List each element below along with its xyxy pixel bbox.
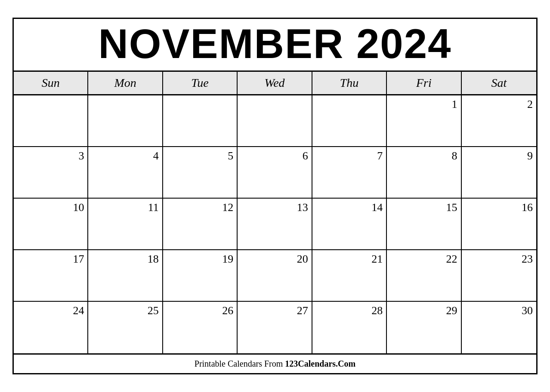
- calendar-title: NOVEMBER 2024: [14, 23, 536, 64]
- calendar-cell: 9: [462, 147, 536, 199]
- day-number: 17: [17, 253, 84, 266]
- day-header-tue: Tue: [163, 72, 238, 94]
- day-number: 7: [316, 150, 383, 162]
- calendar-cell: 28: [312, 302, 387, 353]
- day-number: 1: [390, 98, 457, 111]
- calendar-cell: 17: [14, 250, 88, 302]
- day-header-wed: Wed: [238, 72, 312, 94]
- calendar-cell: 2: [462, 95, 536, 147]
- calendar-cell: 20: [238, 250, 312, 302]
- calendar-cell: 5: [163, 147, 238, 199]
- day-number: 24: [17, 304, 84, 317]
- day-number: 12: [167, 201, 233, 214]
- day-number: 9: [465, 150, 533, 162]
- calendar-cell: [163, 95, 238, 147]
- day-number: 2: [465, 98, 533, 111]
- day-number: 23: [465, 253, 533, 266]
- day-number: 15: [390, 201, 457, 214]
- calendar-cell: 12: [163, 199, 238, 250]
- calendar-cell: 30: [462, 302, 536, 353]
- day-headers-row: SunMonTueWedThuFriSat: [14, 72, 536, 95]
- calendar-cell: 25: [88, 302, 163, 353]
- calendar-cell: 24: [14, 302, 88, 353]
- calendar-header: NOVEMBER 2024: [14, 19, 536, 72]
- calendar-cell: 29: [387, 302, 461, 353]
- calendar-cell: [238, 95, 312, 147]
- calendar-cell: 19: [163, 250, 238, 302]
- calendar-cell: 11: [88, 199, 163, 250]
- day-number: 25: [92, 304, 158, 317]
- calendar-cell: 23: [462, 250, 536, 302]
- day-number: 28: [316, 304, 383, 317]
- day-number: 27: [241, 304, 308, 317]
- day-number: 30: [465, 304, 533, 317]
- day-number: 29: [390, 304, 457, 317]
- day-number: 5: [167, 150, 233, 162]
- day-number: 13: [241, 201, 308, 214]
- calendar-cell: 14: [312, 199, 387, 250]
- day-number: 10: [17, 201, 84, 214]
- calendar-grid: 1234567891011121314151617181920212223242…: [14, 95, 536, 353]
- calendar-cell: 13: [238, 199, 312, 250]
- calendar-cell: 27: [238, 302, 312, 353]
- calendar-cell: 16: [462, 199, 536, 250]
- day-number: 14: [316, 201, 383, 214]
- calendar-cell: 1: [387, 95, 461, 147]
- calendar-cell: 10: [14, 199, 88, 250]
- calendar-cell: 22: [387, 250, 461, 302]
- calendar-footer: Printable Calendars From 123Calendars.Co…: [14, 353, 536, 373]
- calendar-cell: 18: [88, 250, 163, 302]
- calendar: NOVEMBER 2024 SunMonTueWedThuFriSat 1234…: [12, 18, 538, 374]
- day-header-sat: Sat: [462, 72, 536, 94]
- day-number: 6: [241, 150, 308, 162]
- day-number: 22: [390, 253, 457, 266]
- calendar-cell: 6: [238, 147, 312, 199]
- calendar-cell: 8: [387, 147, 461, 199]
- calendar-cell: 21: [312, 250, 387, 302]
- calendar-cell: 4: [88, 147, 163, 199]
- day-header-mon: Mon: [88, 72, 163, 94]
- day-number: 16: [465, 201, 533, 214]
- calendar-cell: [312, 95, 387, 147]
- day-header-thu: Thu: [312, 72, 387, 94]
- day-number: 21: [316, 253, 383, 266]
- footer-prefix: Printable Calendars From: [195, 359, 285, 368]
- calendar-cell: 3: [14, 147, 88, 199]
- day-number: 11: [92, 201, 158, 214]
- footer-brand: 123Calendars.Com: [285, 359, 355, 368]
- day-number: 20: [241, 253, 308, 266]
- day-number: 18: [92, 253, 158, 266]
- calendar-cell: [88, 95, 163, 147]
- calendar-cell: [14, 95, 88, 147]
- day-number: 26: [167, 304, 233, 317]
- calendar-cell: 7: [312, 147, 387, 199]
- day-header-sun: Sun: [14, 72, 88, 94]
- calendar-cell: 15: [387, 199, 461, 250]
- day-number: 8: [390, 150, 457, 162]
- day-number: 4: [92, 150, 158, 162]
- day-number: 3: [17, 150, 84, 162]
- calendar-cell: 26: [163, 302, 238, 353]
- day-number: 19: [167, 253, 233, 266]
- day-header-fri: Fri: [387, 72, 461, 94]
